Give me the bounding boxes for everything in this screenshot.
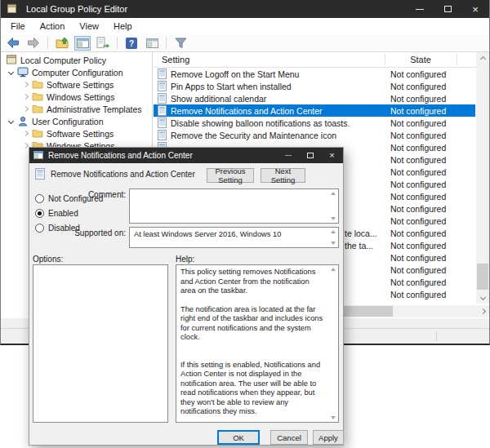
state-value: Not configured: [390, 94, 446, 104]
collapse-chevron-icon[interactable]: [4, 70, 17, 74]
expand-chevron-icon[interactable]: [19, 131, 32, 135]
scroll-up-icon[interactable]: [476, 52, 489, 65]
setting-name: te loca...: [345, 228, 377, 238]
tree-item-local-computer-policy[interactable]: Local Computer Policy: [1, 54, 152, 66]
state-value: Not configured: [390, 143, 446, 153]
menu-file[interactable]: File: [3, 20, 33, 33]
state-value: Not configured: [390, 155, 446, 165]
tree-item-administrative-templates[interactable]: Administrative Templates: [1, 103, 152, 115]
tree-item-label: Local Computer Policy: [20, 55, 106, 65]
help-paragraph: This policy setting removes Notification…: [180, 268, 324, 296]
tree-indent: [1, 133, 19, 134]
scroll-down-icon[interactable]: [476, 291, 489, 304]
setting-icon: [35, 168, 46, 180]
expand-chevron-icon[interactable]: [19, 95, 32, 99]
radio-enabled[interactable]: Enabled: [35, 207, 78, 219]
tree-item-software-settings[interactable]: Software Settings: [1, 78, 152, 91]
export-list-icon[interactable]: [95, 36, 111, 51]
table-row[interactable]: Remove the Security and Maintenance icon…: [154, 129, 475, 141]
tree-item-user-configuration[interactable]: User Configuration: [1, 115, 152, 127]
column-header-setting[interactable]: Setting: [162, 55, 189, 64]
minimize-icon[interactable]: [406, 0, 434, 18]
table-row[interactable]: Disable showing balloon notifications as…: [154, 117, 475, 129]
menu-bar: FileActionViewHelp: [1, 18, 489, 34]
radio-button[interactable]: [35, 224, 44, 233]
menu-action[interactable]: Action: [33, 20, 73, 33]
window-titlebar: Local Group Policy Editor ×: [1, 0, 489, 18]
state-value: Not configured: [390, 69, 446, 79]
state-value: Not configured: [390, 192, 446, 202]
state-value: Not configured: [390, 228, 446, 238]
scroll-right-icon[interactable]: [476, 305, 489, 317]
setting-name: Remove the Security and Maintenance icon: [171, 131, 336, 140]
tree-indent: [1, 96, 19, 97]
dialog-close-icon[interactable]: ×: [321, 148, 343, 163]
state-value: Not configured: [390, 290, 446, 299]
tree-item-label: Software Settings: [47, 80, 114, 90]
scroll-down-icon[interactable]: [331, 242, 336, 245]
options-panel: [33, 264, 168, 423]
toolbar: ?: [1, 34, 489, 52]
state-value: Not configured: [390, 118, 446, 128]
maximize-icon[interactable]: [434, 0, 461, 18]
up-one-level-icon[interactable]: [54, 36, 70, 51]
scroll-down-icon[interactable]: [331, 416, 336, 419]
column-separator[interactable]: [457, 54, 457, 65]
tree-item-label: Software Settings: [47, 129, 114, 139]
next-setting-button[interactable]: Next Setting: [261, 168, 305, 183]
dialog-maximize-icon[interactable]: [299, 148, 321, 163]
toolbar-separator: [117, 37, 118, 49]
state-value: Not configured: [390, 216, 446, 226]
scroll-up-icon[interactable]: [331, 268, 336, 271]
tree-item-windows-settings[interactable]: Windows Settings: [1, 91, 152, 103]
menu-view[interactable]: View: [72, 20, 106, 33]
setting-name: the ta...: [345, 241, 373, 251]
app-icon: [7, 4, 19, 15]
back-icon[interactable]: [5, 36, 21, 51]
collapse-chevron-icon[interactable]: [4, 119, 17, 123]
svg-text:?: ?: [129, 38, 134, 47]
folder-icon: [32, 91, 44, 102]
expand-chevron-icon[interactable]: [19, 82, 32, 86]
setting-icon: [158, 130, 167, 140]
ok-button[interactable]: OK: [217, 430, 260, 445]
folder-icon: [32, 104, 44, 114]
show-console-tree-icon[interactable]: [74, 36, 91, 51]
vertical-scrollbar[interactable]: [476, 52, 489, 304]
tree-item-computer-configuration[interactable]: Computer Configuration: [1, 66, 152, 78]
scroll-up-icon[interactable]: [331, 230, 336, 233]
table-row[interactable]: Pin Apps to Start when installedNot conf…: [154, 80, 475, 92]
close-icon[interactable]: ×: [461, 0, 489, 18]
scroll-up-icon[interactable]: [331, 192, 336, 195]
radio-button[interactable]: [35, 209, 44, 218]
expand-chevron-icon[interactable]: [19, 107, 32, 111]
table-row[interactable]: Remove Notifications and Action CenterNo…: [154, 104, 475, 117]
show-window-icon[interactable]: [144, 36, 160, 51]
state-value: Not configured: [390, 253, 446, 263]
column-header-state[interactable]: State: [385, 55, 457, 64]
filter-icon[interactable]: [172, 36, 189, 51]
comment-input[interactable]: [129, 189, 339, 224]
help-panel[interactable]: This policy setting removes Notification…: [176, 264, 339, 423]
comment-label: Comment:: [72, 190, 126, 199]
supported-on-value: At least Windows Server 2016, Windows 10: [134, 230, 281, 238]
forward-icon[interactable]: [25, 36, 42, 51]
supported-on-field[interactable]: At least Windows Server 2016, Windows 10: [129, 227, 339, 248]
previous-setting-button[interactable]: Previous Setting: [207, 168, 254, 183]
menu-help[interactable]: Help: [106, 20, 140, 33]
tree-item-software-settings[interactable]: Software Settings: [1, 127, 152, 140]
state-value: Not configured: [390, 277, 446, 287]
scrollbar-thumb[interactable]: [477, 264, 488, 290]
tree-indent: [1, 84, 19, 85]
table-row[interactable]: Remove Logoff on the Start MenuNot confi…: [154, 68, 475, 80]
table-row[interactable]: Show additional calendarNot configured: [154, 92, 475, 104]
scroll-down-icon[interactable]: [331, 217, 336, 220]
apply-button[interactable]: Apply: [313, 430, 344, 445]
dialog-title: Remove Notifications and Action Center: [48, 151, 193, 160]
help-icon[interactable]: ?: [123, 36, 140, 51]
setting-name: Pin Apps to Start when installed: [171, 82, 292, 91]
radio-button[interactable]: [35, 194, 44, 203]
state-value: Not configured: [390, 180, 446, 189]
cancel-button[interactable]: Cancel: [270, 430, 308, 445]
user-icon: [17, 116, 29, 126]
